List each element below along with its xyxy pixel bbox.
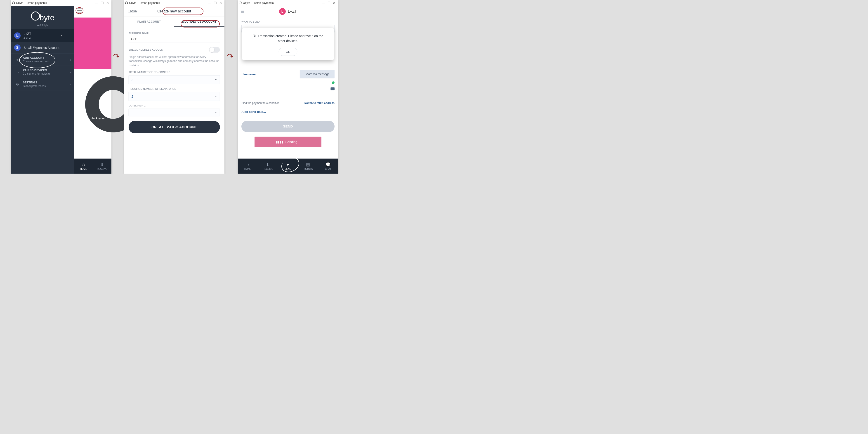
scan-icon[interactable]: ⛶ — [332, 9, 336, 13]
nav-send[interactable]: ➤ SEND — [278, 159, 298, 174]
flow-arrow-1: ↷ — [113, 52, 120, 61]
sidebar-subtitle: Global preferences — [23, 85, 46, 88]
tab-plain-account[interactable]: PLAIN ACCOUNT — [124, 17, 174, 27]
account-badge: L — [279, 8, 286, 15]
nav-home[interactable]: ⌂ HOME — [74, 159, 93, 174]
create-account-button[interactable]: CREATE 2-OF-2 ACCOUNT — [129, 121, 220, 133]
dashboard-color-block — [74, 18, 112, 69]
also-send-data-link[interactable]: Also send data... — [241, 110, 266, 113]
tab-multidevice-account[interactable]: MULTIDEVICE ACCOUNT — [174, 17, 224, 27]
send-topbar: ☰ L L+ZT ⛶ — [238, 6, 338, 17]
maximize-button[interactable]: ☐ — [213, 1, 218, 5]
hamburger-menu-icon[interactable] — [77, 8, 82, 13]
bottom-nav: ⌂ HOME ⬇ RECEIVE — [74, 159, 112, 174]
modal-header: Close Create new account — [124, 6, 224, 17]
chevron-right-icon: › — [70, 83, 71, 86]
transaction-alert: ⚿ Transaction created. Please approve it… — [242, 28, 334, 60]
bind-condition-text: Bind the payment to a condition — [241, 101, 279, 105]
drawer-sidebar: byte v4.0.0 light L L+ZT 2-of-2 ←— S Sma… — [11, 6, 74, 174]
chevron-right-icon: › — [70, 58, 71, 61]
close-button[interactable]: ✕ — [218, 1, 223, 5]
download-icon: ⬇ — [100, 162, 104, 167]
hamburger-menu-icon[interactable]: ☰ — [241, 9, 244, 14]
window-2-create-account: Obyte — smart payments — ☐ ✕ Close Creat… — [124, 0, 224, 174]
donut-segment-label: blackbytes — [91, 117, 105, 120]
account-name-input[interactable] — [129, 36, 220, 43]
chevron-right-icon: › — [70, 70, 71, 74]
account-badge: S — [14, 44, 21, 51]
sidebar-label: SETTINGS — [23, 81, 46, 84]
signatures-label: REQUIRED NUMBER OF SIGNATURES — [129, 88, 220, 90]
window-title: Obyte — smart payments — [16, 1, 94, 4]
sidebar-label: PAIRED DEVICES — [23, 68, 50, 72]
logo-text: byte — [39, 13, 55, 22]
nav-label: CHAT — [325, 167, 331, 170]
account-name-label: ACCOUNT NAME — [129, 32, 220, 35]
sidebar-label: ADD ACCOUNT — [23, 56, 49, 60]
cosigners-label: TOTAL NUMBER OF CO-SIGNERS — [129, 71, 220, 74]
sending-text: Sending... — [285, 140, 300, 144]
status-ok-icon — [332, 81, 335, 84]
nav-history[interactable]: ▤ HISTORY — [298, 159, 318, 174]
flow-arrow-2: ↷ — [227, 52, 234, 61]
single-address-help: Single address accounts will not spawn n… — [129, 55, 220, 67]
account-item-small-expenses[interactable]: S Small Expenses Account — [11, 42, 74, 53]
close-button[interactable]: ✕ — [105, 1, 110, 5]
window-1-sidebar: Obyte — smart payments — ☐ ✕ blackbytes … — [11, 0, 112, 174]
bottom-nav: ⌂ HOME ⬇ RECEIVE ➤ SEND ▤ HISTORY 💬 CHAT — [238, 159, 338, 174]
send-button[interactable]: SEND — [241, 121, 335, 132]
sidebar-add-account[interactable]: ＋ ADD ACCOUNT Create a new account › — [11, 53, 74, 66]
titlebar: Obyte — smart payments — ☐ ✕ — [11, 0, 112, 6]
app-icon — [12, 2, 15, 4]
account-subtitle: 2-of-2 — [24, 36, 31, 39]
sidebar-subtitle: Co-signers for multisig — [23, 72, 50, 75]
caret-down-icon: ▼ — [215, 95, 217, 98]
minimize-button[interactable]: — — [321, 1, 326, 5]
share-via-message-button[interactable]: Share via message — [300, 70, 335, 79]
account-name: Small Expenses Account — [24, 46, 59, 50]
window-title: Obyte — smart payments — [129, 1, 207, 4]
nav-label: RECEIVE — [97, 167, 107, 170]
alert-message: Transaction created. Please approve it o… — [258, 34, 323, 43]
key-icon: ⚿ — [253, 34, 256, 38]
nav-home[interactable]: ⌂ HOME — [238, 159, 258, 174]
alert-ok-button[interactable]: OK — [279, 48, 297, 56]
minimize-button[interactable]: — — [207, 1, 213, 5]
maximize-button[interactable]: ☐ — [99, 1, 105, 5]
minimize-button[interactable]: — — [94, 1, 99, 5]
sending-status: ▮▮▮▮ Sending... — [254, 137, 321, 147]
selected-arrow-icon: ←— — [60, 33, 70, 39]
logo-ring-icon — [31, 11, 40, 21]
titlebar: Obyte — smart payments — ☐ ✕ — [124, 0, 224, 6]
nav-label: RECEIVE — [263, 167, 273, 170]
sidebar-settings[interactable]: ⚙ SETTINGS Global preferences › — [11, 78, 74, 90]
history-icon: ▤ — [306, 162, 310, 167]
maximize-button[interactable]: ☐ — [326, 1, 332, 5]
plus-icon: ＋ — [14, 57, 21, 62]
account-type-tabs: PLAIN ACCOUNT MULTIDEVICE ACCOUNT — [124, 17, 224, 27]
account-item-lzt[interactable]: L L+ZT 2-of-2 ←— — [11, 29, 74, 42]
nav-receive[interactable]: ⬇ RECEIVE — [258, 159, 278, 174]
cosigners-select[interactable]: 2 ▼ — [129, 75, 220, 84]
close-button[interactable]: ✕ — [332, 1, 337, 5]
sidebar-paired-devices[interactable]: ▭ PAIRED DEVICES Co-signers for multisig… — [11, 66, 74, 78]
nav-chat[interactable]: 💬 CHAT — [318, 159, 338, 174]
nav-receive[interactable]: ⬇ RECEIVE — [93, 159, 112, 174]
select-value: 2 — [131, 78, 133, 82]
gear-icon: ⚙ — [14, 82, 21, 86]
nav-label: HOME — [244, 167, 251, 170]
select-value: 2 — [131, 94, 133, 98]
app-icon — [125, 2, 128, 4]
account-badge: L — [14, 32, 21, 39]
app-version: v4.0.0 light — [11, 24, 74, 27]
nav-label: HOME — [80, 167, 87, 170]
home-icon: ⌂ — [247, 162, 249, 167]
chat-icon: 💬 — [326, 162, 331, 167]
app-icon — [239, 2, 242, 4]
single-address-toggle[interactable] — [209, 47, 220, 53]
window-3-send: Obyte — smart payments — ☐ ✕ ☰ L L+ZT ⛶ … — [238, 0, 338, 174]
switch-multi-address-link[interactable]: switch to multi-address — [304, 101, 335, 105]
window-title: Obyte — smart payments — [243, 1, 321, 4]
signatures-select[interactable]: 2 ▼ — [129, 92, 220, 101]
cosigner1-select[interactable]: ▼ — [129, 109, 220, 116]
